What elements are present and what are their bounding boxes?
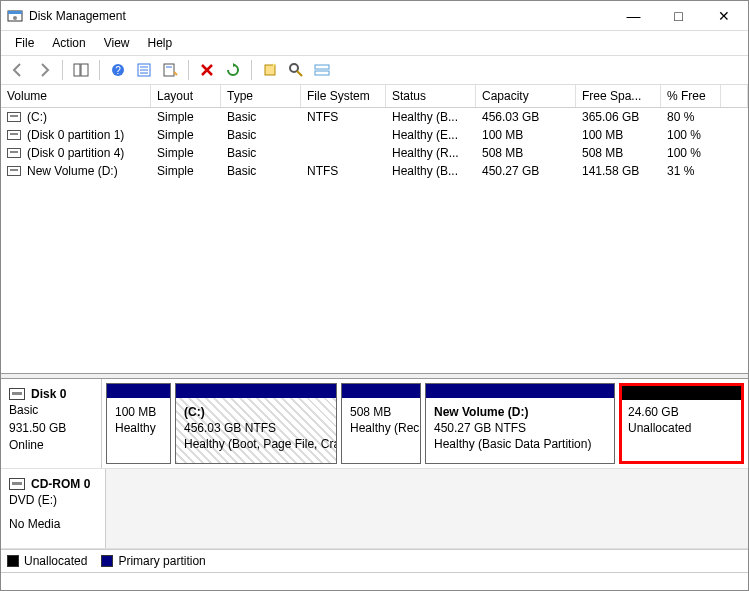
col-spacer xyxy=(721,85,748,107)
menubar: File Action View Help xyxy=(1,31,748,55)
vol-status: Healthy (R... xyxy=(386,144,476,162)
col-volume[interactable]: Volume xyxy=(1,85,151,107)
vol-capacity: 508 MB xyxy=(476,144,576,162)
volume-icon xyxy=(7,166,21,176)
legend: Unallocated Primary partition xyxy=(1,549,748,572)
vol-layout: Simple xyxy=(151,126,221,144)
minimize-button[interactable]: ― xyxy=(611,2,656,30)
views-button[interactable] xyxy=(311,59,333,81)
svg-line-15 xyxy=(297,71,302,76)
vol-fs: NTFS xyxy=(301,162,386,180)
volume-icon xyxy=(7,148,21,158)
vol-pct: 100 % xyxy=(661,126,721,144)
vol-free: 508 MB xyxy=(576,144,661,162)
menu-view[interactable]: View xyxy=(96,34,138,52)
svg-rect-11 xyxy=(164,64,174,76)
vol-fs: NTFS xyxy=(301,108,386,126)
vol-free: 141.58 GB xyxy=(576,162,661,180)
vol-name: (Disk 0 partition 4) xyxy=(27,146,124,160)
window-title: Disk Management xyxy=(29,9,126,23)
svg-text:?: ? xyxy=(115,65,121,76)
col-pctfree[interactable]: % Free xyxy=(661,85,721,107)
legend-unallocated: Unallocated xyxy=(7,554,87,568)
menu-action[interactable]: Action xyxy=(44,34,93,52)
cdrom-name: CD-ROM 0 xyxy=(31,477,90,491)
table-row[interactable]: (C:)SimpleBasicNTFSHealthy (B...456.03 G… xyxy=(1,108,748,126)
partition-header xyxy=(622,386,741,400)
col-status[interactable]: Status xyxy=(386,85,476,107)
disk0-capacity: 931.50 GB xyxy=(9,421,93,437)
new-partition-button[interactable] xyxy=(259,59,281,81)
delete-button[interactable] xyxy=(196,59,218,81)
partition-primary[interactable]: 100 MBHealthy xyxy=(106,383,171,464)
vol-name: (Disk 0 partition 1) xyxy=(27,128,124,142)
col-filesystem[interactable]: File System xyxy=(301,85,386,107)
cdrom-icon xyxy=(9,478,25,490)
disk0-name: Disk 0 xyxy=(31,387,66,401)
vol-type: Basic xyxy=(221,126,301,144)
menu-help[interactable]: Help xyxy=(140,34,181,52)
cdrom-label[interactable]: CD-ROM 0 DVD (E:) No Media xyxy=(1,469,106,548)
forward-button[interactable] xyxy=(33,59,55,81)
vol-free: 365.06 GB xyxy=(576,108,661,126)
swatch-primary xyxy=(101,555,113,567)
titlebar: Disk Management ― □ ✕ xyxy=(1,1,748,31)
vol-layout: Simple xyxy=(151,162,221,180)
vol-free: 100 MB xyxy=(576,126,661,144)
vol-fs xyxy=(301,144,386,162)
disk-map: Disk 0 Basic 931.50 GB Online 100 MBHeal… xyxy=(1,379,748,549)
close-button[interactable]: ✕ xyxy=(701,2,746,30)
partition-primary[interactable]: New Volume (D:)450.27 GB NTFSHealthy (Ba… xyxy=(425,383,615,464)
partition-body: 100 MBHealthy xyxy=(107,398,170,463)
svg-rect-1 xyxy=(8,11,22,14)
disk0-status: Online xyxy=(9,438,93,454)
col-layout[interactable]: Layout xyxy=(151,85,221,107)
col-freespace[interactable]: Free Spa... xyxy=(576,85,661,107)
help-button[interactable]: ? xyxy=(107,59,129,81)
table-row[interactable]: (Disk 0 partition 1)SimpleBasicHealthy (… xyxy=(1,126,748,144)
svg-rect-3 xyxy=(74,64,80,76)
partition-unallocated[interactable]: 24.60 GBUnallocated xyxy=(619,383,744,464)
legend-primary-label: Primary partition xyxy=(118,554,205,568)
partition-body: New Volume (D:)450.27 GB NTFSHealthy (Ba… xyxy=(426,398,614,463)
volume-icon xyxy=(7,130,21,140)
vol-capacity: 456.03 GB xyxy=(476,108,576,126)
statusbar xyxy=(1,572,748,590)
col-capacity[interactable]: Capacity xyxy=(476,85,576,107)
vol-status: Healthy (E... xyxy=(386,126,476,144)
properties-button[interactable] xyxy=(159,59,181,81)
find-button[interactable] xyxy=(285,59,307,81)
partition-header xyxy=(107,384,170,398)
disk0-label[interactable]: Disk 0 Basic 931.50 GB Online xyxy=(1,379,102,468)
action-list-button[interactable] xyxy=(133,59,155,81)
showhide-button[interactable] xyxy=(70,59,92,81)
svg-rect-4 xyxy=(81,64,88,76)
partition-primary[interactable]: 508 MBHealthy (Rec xyxy=(341,383,421,464)
vol-capacity: 100 MB xyxy=(476,126,576,144)
partition-primary[interactable]: (C:)456.03 GB NTFSHealthy (Boot, Page Fi… xyxy=(175,383,337,464)
partition-body: (C:)456.03 GB NTFSHealthy (Boot, Page Fi… xyxy=(176,398,336,463)
window-controls: ― □ ✕ xyxy=(611,2,746,30)
vol-name: New Volume (D:) xyxy=(27,164,118,178)
separator xyxy=(99,60,100,80)
back-button[interactable] xyxy=(7,59,29,81)
maximize-button[interactable]: □ xyxy=(656,2,701,30)
col-type[interactable]: Type xyxy=(221,85,301,107)
volume-list-empty-area xyxy=(1,180,748,373)
vol-status: Healthy (B... xyxy=(386,162,476,180)
separator xyxy=(62,60,63,80)
volume-list: Volume Layout Type File System Status Ca… xyxy=(1,85,748,180)
partition-body: 508 MBHealthy (Rec xyxy=(342,398,420,463)
table-row[interactable]: (Disk 0 partition 4)SimpleBasicHealthy (… xyxy=(1,144,748,162)
disk-icon xyxy=(9,388,25,400)
partition-header xyxy=(342,384,420,398)
menu-file[interactable]: File xyxy=(7,34,42,52)
cdrom-type: DVD (E:) xyxy=(9,493,97,509)
separator xyxy=(251,60,252,80)
refresh-button[interactable] xyxy=(222,59,244,81)
disk-row-cdrom: CD-ROM 0 DVD (E:) No Media xyxy=(1,469,748,549)
legend-primary: Primary partition xyxy=(101,554,205,568)
table-row[interactable]: New Volume (D:)SimpleBasicNTFSHealthy (B… xyxy=(1,162,748,180)
vol-type: Basic xyxy=(221,108,301,126)
vol-fs xyxy=(301,126,386,144)
